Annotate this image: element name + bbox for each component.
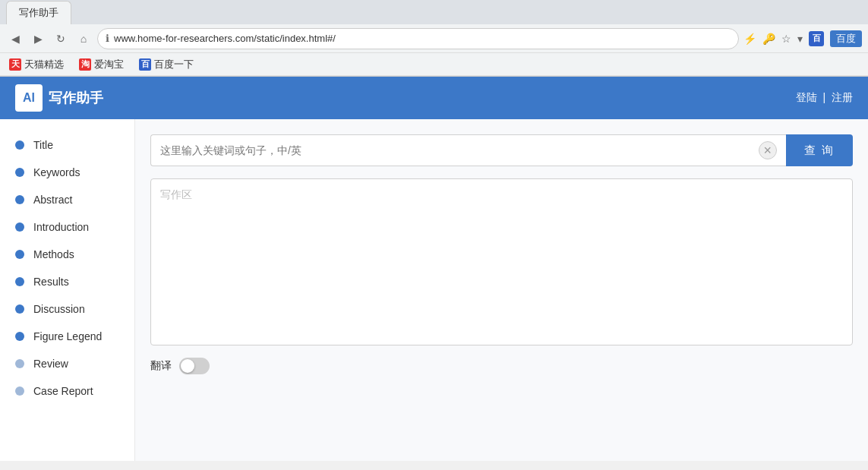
star-dropdown-icon[interactable]: ▾ xyxy=(797,33,803,45)
content-area: × 查 询 写作区 翻译 xyxy=(135,119,868,461)
register-link[interactable]: 注册 xyxy=(832,91,853,103)
sidebar-dot-title xyxy=(15,140,24,150)
app-header: AI 写作助手 登陆 | 注册 xyxy=(0,77,868,119)
main-layout: Title Keywords Abstract Introduction Met… xyxy=(0,119,868,461)
sidebar-item-results[interactable]: Results xyxy=(0,268,134,295)
sidebar-label-figure-legend: Figure Legend xyxy=(33,330,102,342)
bookmark-baidu[interactable]: 百 百度一下 xyxy=(136,56,197,73)
sidebar-label-title: Title xyxy=(33,139,53,151)
forward-button[interactable]: ▶ xyxy=(29,30,47,48)
baidu-label: 百度一下 xyxy=(154,58,194,71)
search-clear-button[interactable]: × xyxy=(759,141,777,159)
address-bar[interactable]: ℹ www.home-for-researchers.com/static/in… xyxy=(97,28,739,49)
sidebar-label-discussion: Discussion xyxy=(33,303,85,315)
search-input-wrapper: × xyxy=(150,134,786,166)
refresh-button[interactable]: ↻ xyxy=(52,30,70,48)
star-icon[interactable]: ☆ xyxy=(781,33,791,45)
browser-right-icons: ⚡ 🔑 ☆ ▾ 百 百度 xyxy=(743,30,862,47)
security-icon: ℹ xyxy=(106,33,109,44)
sidebar: Title Keywords Abstract Introduction Met… xyxy=(0,119,135,461)
sidebar-dot-review xyxy=(15,359,24,368)
bookmark-tianmao[interactable]: 天 天猫精选 xyxy=(6,56,67,73)
sidebar-dot-results xyxy=(15,277,24,286)
search-input[interactable] xyxy=(160,144,759,156)
toggle-knob xyxy=(181,359,194,373)
sidebar-dot-case-report xyxy=(15,386,24,396)
sidebar-dot-abstract xyxy=(15,195,24,204)
sidebar-label-review: Review xyxy=(33,358,68,370)
app-name-text: 写作助手 xyxy=(49,89,103,107)
app-container: AI 写作助手 登陆 | 注册 Title Keywords Abstract xyxy=(0,77,868,461)
sidebar-item-title[interactable]: Title xyxy=(0,131,134,159)
sidebar-label-case-report: Case Report xyxy=(33,385,93,397)
sidebar-label-keywords: Keywords xyxy=(33,166,80,178)
tianmao-label: 天猫精选 xyxy=(24,58,64,71)
url-text: www.home-for-researchers.com/static/inde… xyxy=(114,33,731,44)
sidebar-item-introduction[interactable]: Introduction xyxy=(0,213,134,241)
sidebar-label-abstract: Abstract xyxy=(33,194,72,206)
home-button[interactable]: ⌂ xyxy=(74,30,93,48)
browser-tab[interactable]: 写作助手 xyxy=(6,1,71,24)
sidebar-item-discussion[interactable]: Discussion xyxy=(0,295,134,323)
app-logo: AI 写作助手 xyxy=(15,84,103,112)
lightning-icon: ⚡ xyxy=(743,33,756,45)
bookmark-taobao[interactable]: 淘 爱淘宝 xyxy=(76,56,127,73)
sidebar-item-figure-legend[interactable]: Figure Legend xyxy=(0,323,134,350)
writing-area-placeholder: 写作区 xyxy=(160,188,192,200)
login-link[interactable]: 登陆 xyxy=(796,91,817,103)
translation-toggle[interactable] xyxy=(179,358,210,374)
baidu-logo-icon: 百 xyxy=(809,31,824,46)
tianmao-icon: 天 xyxy=(9,58,21,71)
sidebar-item-review[interactable]: Review xyxy=(0,350,134,377)
sidebar-item-keywords[interactable]: Keywords xyxy=(0,159,134,186)
search-button[interactable]: 查 询 xyxy=(786,134,853,166)
baidu-text: 百度 xyxy=(830,30,862,47)
translation-label: 翻译 xyxy=(150,359,172,373)
sidebar-dot-keywords xyxy=(15,168,24,177)
writing-area[interactable]: 写作区 xyxy=(150,178,853,345)
sidebar-item-case-report[interactable]: Case Report xyxy=(0,377,134,405)
sidebar-dot-discussion xyxy=(15,304,24,314)
taobao-icon: 淘 xyxy=(79,58,91,71)
sidebar-dot-figure-legend xyxy=(15,332,24,341)
sidebar-label-methods: Methods xyxy=(33,248,74,260)
back-button[interactable]: ◀ xyxy=(6,30,24,48)
taobao-label: 爱淘宝 xyxy=(94,58,124,71)
translation-row: 翻译 xyxy=(150,358,853,374)
logo-icon: AI xyxy=(15,84,43,112)
sidebar-item-methods[interactable]: Methods xyxy=(0,241,134,268)
sidebar-label-results: Results xyxy=(33,276,69,288)
sidebar-dot-methods xyxy=(15,250,24,259)
key-icon: 🔑 xyxy=(762,33,775,45)
header-auth: 登陆 | 注册 xyxy=(796,91,853,105)
sidebar-label-introduction: Introduction xyxy=(33,221,89,233)
browser-chrome: 写作助手 ◀ ▶ ↻ ⌂ ℹ www.home-for-researchers.… xyxy=(0,0,868,77)
sidebar-dot-introduction xyxy=(15,222,24,232)
bookmarks-bar: 天 天猫精选 淘 爱淘宝 百 百度一下 xyxy=(0,53,868,76)
sidebar-item-abstract[interactable]: Abstract xyxy=(0,186,134,213)
browser-tabs: 写作助手 xyxy=(0,0,868,24)
baiduyi-icon: 百 xyxy=(139,58,151,71)
browser-toolbar: ◀ ▶ ↻ ⌂ ℹ www.home-for-researchers.com/s… xyxy=(0,24,868,53)
auth-divider: | xyxy=(822,91,825,103)
search-bar-container: × 查 询 xyxy=(150,134,853,166)
